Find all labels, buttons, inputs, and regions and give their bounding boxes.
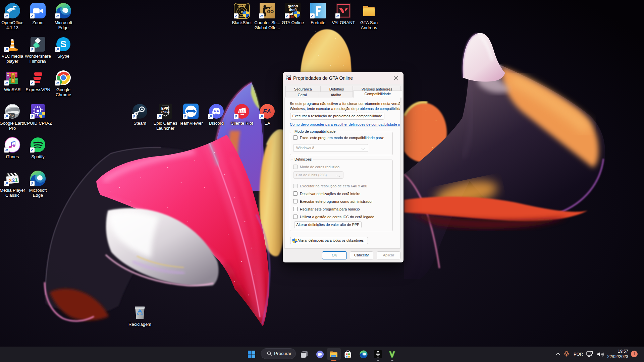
svg-text:GLOBAL: GLOBAL <box>237 4 246 7</box>
svg-text:GAMES: GAMES <box>161 111 170 113</box>
svg-text:1: 1 <box>15 177 18 183</box>
svg-text:S: S <box>60 39 66 49</box>
svg-text:Pro: Pro <box>8 114 14 117</box>
svg-text:EPIC: EPIC <box>161 106 170 110</box>
svg-text:GO: GO <box>267 9 274 14</box>
svg-text:EA: EA <box>263 108 271 115</box>
